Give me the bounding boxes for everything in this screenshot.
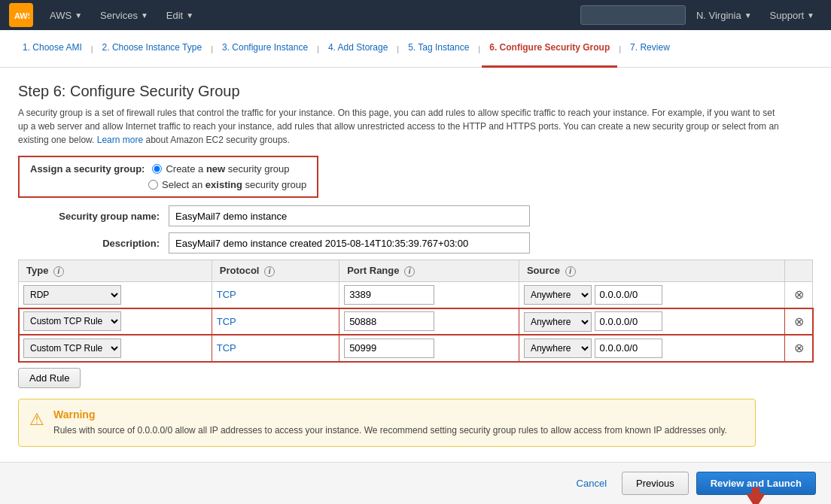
row1-delete-button[interactable]: ⊗: [790, 286, 808, 304]
desc-input[interactable]: [169, 232, 530, 254]
row2-port-input[interactable]: [344, 311, 434, 331]
row2-delete-cell: ⊗: [785, 308, 813, 335]
row2-type-cell: Custom TCP Rule: [19, 308, 212, 335]
wizard-steps: 1. Choose AMI | 2. Choose Instance Type …: [0, 30, 831, 68]
row3-type-select[interactable]: Custom TCP Rule: [23, 339, 121, 358]
red-arrow-indicator: [744, 487, 767, 504]
step-sep-3: |: [315, 44, 321, 53]
assign-group-box: Assign a security group: Create a new se…: [18, 156, 318, 198]
row2-delete-button[interactable]: ⊗: [790, 312, 808, 330]
create-new-radio[interactable]: [152, 164, 162, 174]
step-6[interactable]: 6. Configure Security Group: [482, 30, 617, 68]
nav-region[interactable]: N. Virginia ▼: [689, 0, 759, 30]
source-info-icon[interactable]: i: [565, 266, 576, 277]
description: A security group is a set of firewall ru…: [18, 106, 786, 147]
support-caret-icon: ▼: [807, 11, 814, 20]
desc-label: Description:: [18, 238, 169, 249]
warning-text: Rules with source of 0.0.0.0/0 allow all…: [53, 424, 727, 437]
nav-support[interactable]: Support ▼: [763, 0, 822, 30]
add-rule-button[interactable]: Add Rule: [18, 368, 81, 388]
step-sep-6: |: [617, 44, 622, 53]
row3-protocol-cell: TCP: [212, 335, 339, 362]
row1-delete-cell: ⊗: [785, 281, 813, 308]
row1-protocol-cell: TCP: [212, 281, 339, 308]
assign-group-row: Assign a security group: Create a new se…: [30, 163, 306, 175]
desc-row: Description:: [18, 232, 813, 254]
col-type: Type i: [19, 260, 212, 282]
row2-protocol-cell: TCP: [212, 308, 339, 335]
region-caret-icon: ▼: [744, 11, 752, 20]
row1-protocol-text: TCP: [217, 289, 236, 300]
row1-cidr-input[interactable]: [595, 285, 662, 305]
row3-delete-cell: ⊗: [785, 335, 813, 362]
cancel-button[interactable]: Cancel: [569, 473, 614, 493]
row2-type-select[interactable]: Custom TCP Rule: [23, 311, 121, 331]
row3-source-cell: Anywhere: [519, 335, 784, 362]
page-title: Step 6: Configure Security Group: [18, 83, 813, 100]
step-sep-1: |: [90, 44, 95, 53]
row3-delete-button[interactable]: ⊗: [790, 339, 808, 357]
existing-radio-label[interactable]: Select an existing security group: [148, 179, 306, 190]
step-sep-2: |: [209, 44, 215, 53]
svg-text:AWS: AWS: [14, 11, 29, 20]
row1-source-cell: Anywhere: [519, 281, 784, 308]
svg-marker-2: [746, 487, 766, 504]
main-content: Step 6: Configure Security Group A secur…: [0, 68, 831, 462]
rules-table: Type i Protocol i Port Range i Source i: [18, 260, 813, 362]
services-caret-icon: ▼: [141, 11, 148, 20]
assign-group-label: Assign a security group:: [30, 163, 145, 175]
learn-more-link[interactable]: Learn more: [97, 135, 143, 145]
warning-title: Warning: [53, 408, 727, 421]
nav-services[interactable]: Services ▼: [93, 0, 156, 30]
bottom-bar: Cancel Previous Review and Launch: [0, 462, 831, 504]
existing-radio-row: Select an existing security group: [30, 179, 306, 190]
protocol-info-icon[interactable]: i: [264, 266, 275, 277]
step-7[interactable]: 7. Review: [622, 30, 677, 68]
warning-icon: ⚠: [29, 410, 44, 430]
nav-search-input[interactable]: [580, 5, 686, 25]
row1-port-cell: [339, 281, 519, 308]
previous-button[interactable]: Previous: [622, 472, 689, 495]
edit-caret-icon: ▼: [186, 11, 193, 20]
step-5[interactable]: 5. Tag Instance: [400, 30, 476, 68]
name-input[interactable]: [169, 205, 530, 226]
warning-box: ⚠ Warning Rules with source of 0.0.0.0/0…: [18, 399, 756, 447]
row2-source-cell: Anywhere: [519, 308, 784, 335]
existing-radio[interactable]: [148, 180, 158, 190]
row3-port-input[interactable]: [344, 339, 434, 358]
table-row: Custom TCP Rule TCP Anywhere ⊗: [19, 308, 813, 335]
row3-cidr-input[interactable]: [595, 339, 662, 358]
step-sep-4: |: [395, 44, 400, 53]
col-port: Port Range i: [339, 260, 519, 282]
nav-edit[interactable]: Edit ▼: [159, 0, 201, 30]
step-2[interactable]: 2. Choose Instance Type: [95, 30, 210, 68]
step-3[interactable]: 3. Configure Instance: [215, 30, 315, 68]
warning-content: Warning Rules with source of 0.0.0.0/0 a…: [53, 408, 727, 437]
aws-caret-icon: ▼: [75, 11, 82, 20]
row3-protocol-text: TCP: [217, 342, 236, 354]
row3-type-cell: Custom TCP Rule: [19, 335, 212, 362]
row3-port-cell: [339, 335, 519, 362]
nav-aws[interactable]: AWS ▼: [42, 0, 90, 30]
port-info-icon[interactable]: i: [404, 266, 415, 277]
row1-port-input[interactable]: [344, 285, 434, 305]
row2-source-select[interactable]: Anywhere: [524, 312, 592, 332]
type-info-icon[interactable]: i: [53, 266, 64, 277]
aws-logo: AWS: [9, 3, 33, 27]
step-sep-5: |: [476, 44, 482, 53]
step-4[interactable]: 4. Add Storage: [321, 30, 395, 68]
row1-source-select[interactable]: Anywhere: [524, 285, 592, 305]
name-label: Security group name:: [18, 211, 169, 222]
col-delete: [785, 260, 813, 282]
row2-cidr-input[interactable]: [595, 311, 662, 331]
row1-type-select[interactable]: RDP: [23, 285, 121, 305]
row1-type-cell: RDP: [19, 281, 212, 308]
name-row: Security group name:: [18, 205, 813, 226]
row2-port-cell: [339, 308, 519, 335]
row2-protocol-text: TCP: [217, 316, 236, 327]
table-row: RDP TCP Anywhere ⊗: [19, 281, 813, 308]
row3-source-select[interactable]: Anywhere: [524, 339, 592, 358]
nav-right: N. Virginia ▼ Support ▼: [580, 0, 822, 30]
step-1[interactable]: 1. Choose AMI: [15, 30, 90, 68]
create-new-radio-label[interactable]: Create a new security group: [152, 163, 289, 175]
